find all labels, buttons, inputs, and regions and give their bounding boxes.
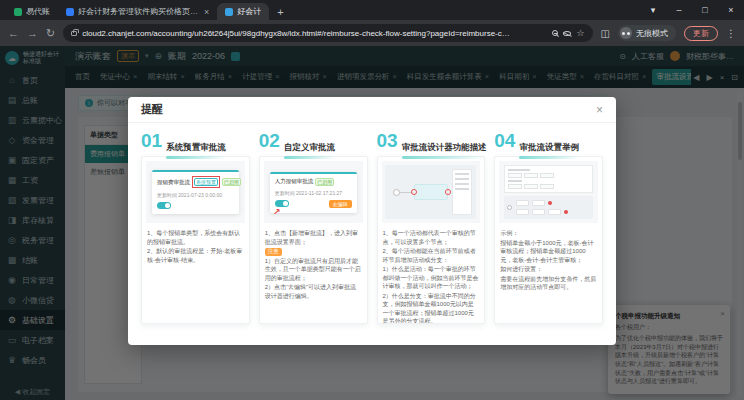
step-2-number: 02 — [259, 132, 280, 150]
step-4-number: 04 — [494, 132, 515, 150]
favicon — [14, 8, 22, 16]
updated-time: 更新时间 2021-11-02 17:21:27 — [275, 190, 352, 196]
edit-button[interactable]: 去编辑 — [329, 200, 352, 208]
enable-toggle[interactable] — [157, 202, 171, 209]
enabled-badge: 已启用 — [315, 178, 334, 186]
description-line: 报销单金额小于1000元，老板-会计审核流程；报销单金额超过1000元，老板-会… — [500, 239, 597, 265]
branch-row — [516, 200, 589, 206]
url-text: cloud2.chanjet.com/accounting/uh26t264j5… — [82, 29, 547, 38]
notice-badge: 注意 — [265, 248, 282, 256]
description-line: 2）什么是分支：审批流中不同的分支，例如报销单金额1000元以内是一个审批流程；… — [383, 292, 480, 324]
placeholder-field — [524, 173, 538, 178]
start-node — [507, 205, 512, 210]
title-underline — [166, 156, 226, 159]
step-1-screenshot: 报销费审批流 系统预置 已启用 更新时间 2021-07-23 0:00:00 — [146, 161, 245, 223]
bookmark-star-icon[interactable]: ☆ — [576, 28, 584, 38]
favicon — [66, 8, 74, 16]
browser-menu-icon[interactable]: ⋮ — [726, 28, 736, 39]
browser-tab-title: 好会计财务管理软件购买价格页… — [78, 6, 198, 17]
new-tab-button[interactable]: + — [277, 6, 283, 18]
flow-node — [516, 209, 529, 215]
description-line: 2）点击“去编辑”可以进入到审批流设计器进行编辑。 — [265, 283, 362, 300]
highlight-dot — [564, 210, 568, 214]
placeholder-field — [524, 184, 538, 189]
minimize-button[interactable]: – — [666, 0, 692, 20]
modal-body: 01 系统预置审批流 报销费审批流 系统预置 已启用 更新时间 2 — [128, 123, 616, 345]
step-1-description: 1、每个报销单类型，系统会有默认的报销审批流。2、默认的审批流程是：开始-老板审… — [142, 227, 249, 269]
description-line: 1、每个报销单类型，系统会有默认的报销审批流。 — [147, 229, 244, 246]
back-icon[interactable]: ← — [8, 27, 19, 39]
flow-name: 人力报销审批流 — [275, 178, 314, 185]
description-line: 1、点击【新增审批流】，进入到审批流设置界面； — [265, 229, 362, 246]
tab-search-icon[interactable]: ▾ — [640, 0, 666, 20]
flow-node — [548, 209, 561, 215]
reload-icon[interactable]: ↻ — [46, 27, 55, 40]
browser-tab[interactable]: 好会计 — [217, 3, 269, 20]
screen: 易代账 好会计财务管理软件购买价格页… 好会计 + ▾ – □ × ← → — [0, 0, 744, 400]
step-2-card: 人力报销审批流 已启用 更新时间 2021-11-02 17:21:27 去编辑… — [259, 156, 368, 324]
incognito-icon — [620, 27, 632, 39]
pointer-arrow-icon: ↗ — [273, 207, 281, 217]
description-line: 示例： — [500, 229, 597, 238]
placeholder-field — [508, 173, 522, 178]
browser-tab[interactable]: 易代账 — [6, 3, 58, 20]
connection-port — [445, 189, 451, 195]
highlight-box: 系统预置 — [192, 176, 220, 188]
step-1-title: 系统预置审批流 — [166, 142, 226, 152]
step-4-title: 审批流设置举例 — [519, 142, 579, 152]
window-controls: ▾ – □ × — [640, 0, 744, 20]
browser-tab-title: 易代账 — [26, 6, 50, 17]
activity-node — [414, 184, 448, 200]
description-line: 1）什么是活动：每一个审批的环节都叫做一个活动，例如当前环节是会计审核，那就可以… — [383, 265, 480, 291]
updated-time: 更新时间 2021-07-23 0:00:00 — [157, 192, 234, 198]
flow-node — [532, 209, 545, 215]
forward-icon[interactable]: → — [27, 27, 38, 39]
incognito-chip[interactable]: 无痕模式 — [618, 25, 676, 41]
step-1-number: 01 — [141, 132, 162, 150]
favicon — [225, 8, 233, 16]
step-4: 04 审批流设置举例 — [494, 132, 603, 345]
app-page: ☁ 畅捷通好会计 标准版 ⌂ 首页 ▤ 总账 — [0, 46, 744, 400]
step-3: 03 审批流设计器功能描述 — [377, 132, 486, 345]
description-line: 2、每个活动都能在当前环节前或者环节后增加活动或分支： — [383, 247, 480, 264]
description-line: 1）自定义的审批流只有启用后才能生效，且一个单据类型只能有一个启用的审批流程； — [265, 257, 362, 283]
flow-card-preview: 人力报销审批流 已启用 更新时间 2021-11-02 17:21:27 去编辑… — [270, 172, 357, 213]
designer-side-panel — [452, 169, 472, 215]
zoom-out-icon[interactable] — [552, 30, 558, 36]
step-3-title: 审批流设计器功能描述 — [402, 142, 487, 152]
password-hidden-icon[interactable] — [563, 31, 571, 36]
step-1: 01 系统预置审批流 报销费审批流 系统预置 已启用 更新时间 2 — [141, 132, 250, 345]
step-3-card: 1、每一个活动都代表一个审核的节点，可以设置多个节点；2、每个活动都能在当前环节… — [377, 156, 486, 324]
highlight-dot — [548, 201, 552, 205]
placeholder-field — [508, 184, 522, 189]
step-3-screenshot — [382, 161, 481, 223]
step-2-description: 1、点击【新增审批流】，进入到审批流设置界面； 注意 1）自定义的审批流只有启用… — [260, 227, 367, 305]
title-underline — [402, 156, 486, 159]
branch-row — [516, 209, 589, 215]
placeholder-field — [540, 184, 554, 189]
placeholder-bar — [508, 180, 522, 182]
modal-close-icon[interactable]: × — [596, 103, 603, 117]
flow-name: 报销费审批流 — [157, 179, 190, 186]
preset-badge: 系统预置 — [194, 178, 218, 186]
lock-icon — [71, 31, 77, 36]
step-2-title: 自定义审批流 — [284, 142, 335, 152]
browser-tab[interactable]: 好会计财务管理软件购买价格页… — [58, 3, 217, 20]
modal-header: 提醒 × — [128, 97, 616, 123]
close-window-button[interactable]: × — [718, 0, 744, 20]
browser-update-button[interactable]: 更新 — [684, 26, 718, 41]
incognito-label: 无痕模式 — [636, 28, 668, 39]
description-line: 1、每一个活动都代表一个审核的节点，可以设置多个节点； — [383, 229, 480, 246]
title-underline — [284, 156, 335, 159]
title-underline — [519, 156, 579, 159]
description-line: 如何进行设置： — [500, 265, 597, 274]
placeholder-bar — [508, 169, 530, 171]
address-bar[interactable]: cloud2.chanjet.com/accounting/uh26t264j5… — [63, 24, 592, 42]
side-panel-icon[interactable]: ◫ — [601, 28, 610, 39]
browser-tab-strip: 易代账 好会计财务管理软件购买价格页… 好会计 — [0, 0, 269, 20]
enabled-badge: 已启用 — [222, 178, 241, 186]
maximize-button[interactable]: □ — [692, 0, 718, 20]
reminder-modal: 提醒 × 01 系统预置审批流 报销费审批流 — [128, 97, 616, 345]
step-3-description: 1、每一个活动都代表一个审核的节点，可以设置多个节点；2、每个活动都能在当前环节… — [378, 227, 485, 324]
step-3-number: 03 — [377, 132, 398, 150]
